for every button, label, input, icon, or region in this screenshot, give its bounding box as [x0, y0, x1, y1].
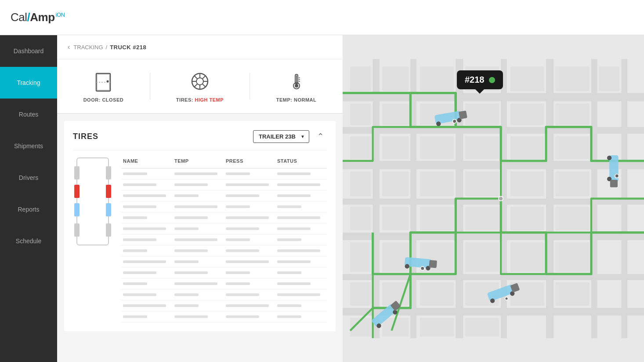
svg-rect-33	[546, 59, 554, 338]
svg-rect-73	[350, 282, 371, 306]
svg-rect-64	[465, 207, 499, 230]
svg-rect-43	[350, 103, 371, 125]
temp-icon	[285, 70, 308, 93]
row-temp	[173, 280, 224, 287]
app-header: Cal/AmpiON	[0, 0, 644, 35]
svg-rect-49	[350, 136, 371, 159]
collapse-button[interactable]: ⌃	[314, 130, 327, 143]
svg-point-17	[295, 84, 298, 88]
row-status	[275, 181, 327, 188]
svg-line-12	[202, 76, 205, 79]
row-name	[121, 280, 173, 287]
svg-line-10	[194, 76, 197, 79]
row-name	[121, 236, 173, 243]
svg-rect-47	[510, 103, 544, 125]
table-row	[121, 267, 327, 278]
door-icon	[92, 70, 115, 93]
svg-rect-99	[610, 180, 618, 187]
row-temp	[173, 269, 224, 276]
breadcrumb-parent[interactable]: TRACKING	[73, 44, 103, 51]
row-status	[275, 269, 327, 276]
row-status	[275, 313, 327, 320]
svg-rect-29	[373, 59, 380, 338]
back-button[interactable]: ‹	[68, 43, 70, 51]
row-temp	[173, 214, 224, 221]
svg-point-90	[452, 119, 456, 123]
svg-rect-89	[459, 110, 467, 119]
tires-table-body	[121, 168, 327, 322]
breadcrumb: ‹ TRACKING / TRUCK #218	[57, 35, 343, 59]
tire-fr	[106, 166, 111, 179]
row-name	[121, 247, 173, 254]
sidebar: Dashboard Tracking Routes Shipments Driv…	[0, 35, 57, 362]
row-status	[275, 258, 327, 265]
tire-mr2	[106, 203, 111, 216]
svg-rect-56	[382, 172, 409, 197]
svg-rect-42	[599, 66, 619, 91]
row-press	[224, 302, 275, 309]
sidebar-item-reports[interactable]: Reports	[0, 194, 57, 225]
sidebar-item-tracking[interactable]: Tracking	[0, 67, 57, 99]
col-status: STATUS	[275, 157, 327, 165]
table-row	[121, 245, 327, 256]
row-status	[275, 302, 327, 309]
table-row	[121, 289, 327, 300]
svg-point-97	[607, 156, 611, 160]
sidebar-item-drivers[interactable]: Drivers	[0, 162, 57, 194]
sidebar-item-schedule[interactable]: Schedule	[0, 225, 57, 257]
row-status	[275, 203, 327, 210]
svg-rect-51	[420, 136, 454, 159]
trailer-select[interactable]: TRAILER 23B TRAILER 23C TRAILER 24A	[253, 130, 309, 143]
svg-rect-36	[350, 66, 371, 91]
svg-rect-54	[555, 136, 589, 159]
tire-fl	[74, 166, 80, 179]
table-row	[121, 201, 327, 212]
table-row	[121, 300, 327, 311]
svg-rect-44	[382, 103, 409, 125]
row-press	[224, 269, 275, 276]
trailer-select-wrapper[interactable]: TRAILER 23B TRAILER 23C TRAILER 24A	[253, 130, 309, 143]
tire-ml2	[74, 203, 80, 216]
table-row	[121, 223, 327, 234]
tire-ml1	[74, 185, 80, 198]
svg-rect-71	[510, 242, 544, 272]
svg-rect-94	[429, 260, 437, 268]
table-row	[121, 168, 327, 179]
row-press	[224, 170, 275, 177]
svg-point-95	[421, 267, 425, 271]
table-row	[121, 212, 327, 223]
row-name	[121, 258, 173, 265]
sidebar-item-routes[interactable]: Routes	[0, 99, 57, 130]
temp-sensor-card: TEMP: NORMAL	[276, 70, 317, 102]
row-name	[121, 203, 173, 210]
row-temp	[173, 170, 224, 177]
logo-amp: Amp	[30, 11, 54, 24]
svg-rect-52	[465, 136, 499, 159]
svg-rect-37	[382, 66, 409, 91]
tire-rl	[74, 223, 80, 237]
table-row	[121, 234, 327, 245]
row-press	[224, 203, 275, 210]
table-row	[121, 190, 327, 201]
svg-rect-55	[350, 172, 371, 197]
logo-ion: iON	[56, 11, 65, 18]
tires-table: NAME TEMP PRESS STATUS	[121, 157, 327, 322]
truck-label-text: #218	[465, 75, 485, 85]
svg-rect-81	[420, 318, 454, 336]
sidebar-item-dashboard[interactable]: Dashboard	[0, 35, 57, 67]
tires-controls: TRAILER 23B TRAILER 23C TRAILER 24A ⌃	[253, 130, 327, 143]
col-press: PRESS	[224, 157, 275, 165]
table-row	[121, 311, 327, 322]
svg-rect-67	[350, 242, 371, 272]
row-temp	[173, 258, 224, 265]
row-temp	[173, 313, 224, 320]
logo-cal: Cal	[11, 11, 27, 24]
table-row	[121, 256, 327, 267]
row-press	[224, 291, 275, 298]
row-status	[275, 192, 327, 199]
row-press	[224, 181, 275, 188]
tires-content: NAME TEMP PRESS STATUS	[73, 150, 327, 322]
row-name	[121, 181, 173, 188]
sidebar-item-shipments[interactable]: Shipments	[0, 130, 57, 162]
row-name	[121, 302, 173, 309]
